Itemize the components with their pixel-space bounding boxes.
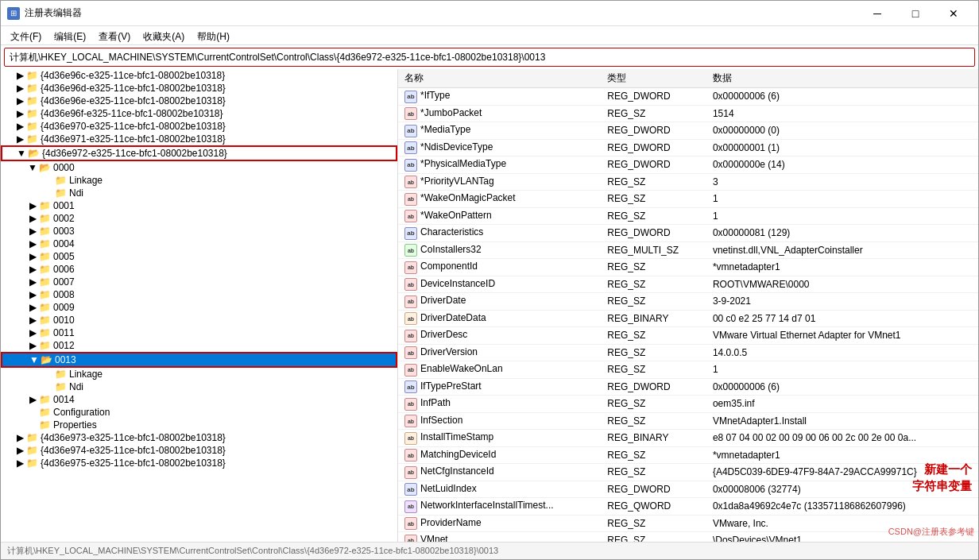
tree-item-0003[interactable]: ▶ 📁 0003: [1, 225, 397, 238]
table-row[interactable]: abInfPathREG_SZoem35.inf: [398, 396, 978, 413]
expand-arrow[interactable]: ▶: [26, 315, 39, 326]
menu-edit[interactable]: 编辑(E): [48, 28, 92, 43]
cell-type: REG_SZ: [601, 173, 706, 191]
tree-item-4d36e973[interactable]: ▶ 📁 {4d36e973-e325-11ce-bfc1-08002be1031…: [1, 431, 397, 444]
table-row[interactable]: abDriverVersionREG_SZ14.0.0.5: [398, 344, 978, 361]
table-row[interactable]: abInstallTimeStampREG_BINARYe8 07 04 00 …: [398, 430, 978, 447]
expand-arrow[interactable]: ▶: [14, 458, 26, 469]
expand-arrow[interactable]: ▶: [26, 340, 39, 351]
minimize-button[interactable]: ─: [859, 4, 896, 23]
table-row[interactable]: ab*WakeOnMagicPacketREG_SZ1: [398, 191, 978, 208]
tree-item-0010[interactable]: ▶ 📁 0010: [1, 314, 397, 326]
table-row[interactable]: abNetworkInterfaceInstallTimest...REG_QW…: [398, 498, 978, 516]
expand-arrow[interactable]: ▶: [14, 432, 26, 443]
table-row[interactable]: abDriverDateREG_SZ3-9-2021: [398, 293, 978, 311]
tree-item-4d36e975[interactable]: ▶ 📁 {4d36e975-e325-11ce-bfc1-08002be1031…: [1, 457, 397, 469]
expand-arrow[interactable]: ▶: [26, 289, 39, 300]
address-bar[interactable]: 计算机\HKEY_LOCAL_MACHINE\SYSTEM\CurrentCon…: [4, 48, 975, 67]
tree-item-0001[interactable]: ▶ 📁 0001: [1, 199, 397, 212]
tree-item[interactable]: ▶ 📁 {4d36e96c-e325-11ce-bfc1-08002be1031…: [1, 69, 397, 82]
window: ⊞ 注册表编辑器 ─ □ ✕ 文件(F) 编辑(E) 查看(V) 收藏夹(A) …: [0, 0, 979, 560]
table-row[interactable]: abIfTypePreStartREG_DWORD0x00000006 (6): [398, 378, 978, 396]
table-row[interactable]: abCoInstallers32REG_MULTI_SZvnetinst.dll…: [398, 241, 978, 259]
expand-arrow[interactable]: ▶: [26, 251, 39, 262]
tree-item-0009[interactable]: ▶ 📁 0009: [1, 301, 397, 314]
expand-arrow[interactable]: ▶: [26, 200, 39, 211]
col-name[interactable]: 名称: [398, 69, 601, 88]
expand-arrow[interactable]: ▶: [14, 108, 26, 119]
table-row[interactable]: ab*MediaTypeREG_DWORD0x00000000 (0): [398, 122, 978, 140]
tree-item-0012[interactable]: ▶ 📁 0012: [1, 339, 397, 352]
expand-arrow[interactable]: ▶: [14, 70, 26, 81]
cell-name: ab*WakeOnMagicPacket: [398, 191, 601, 208]
tree-item-ndi-0013[interactable]: 📁 Ndi: [1, 380, 397, 393]
expand-arrow[interactable]: ▶: [26, 302, 39, 313]
tree-item-4d36e972[interactable]: ▼ 📂 {4d36e972-e325-11ce-bfc1-08002be1031…: [1, 145, 397, 161]
table-row[interactable]: abEnableWakeOnLanREG_SZ1: [398, 361, 978, 379]
expand-arrow[interactable]: ▶: [26, 264, 39, 275]
tree-item-0014[interactable]: ▶ 📁 0014: [1, 393, 397, 406]
table-row[interactable]: abDeviceInstanceIDREG_SZROOT\VMWARE\0000: [398, 276, 978, 293]
table-row[interactable]: ab*PhysicalMediaTypeREG_DWORD0x0000000e …: [398, 156, 978, 174]
tree-item-0008[interactable]: ▶ 📁 0008: [1, 288, 397, 301]
expand-arrow[interactable]: ▶: [26, 276, 39, 288]
expand-arrow[interactable]: ▼: [28, 354, 41, 365]
table-row[interactable]: abComponentIdREG_SZ*vmnetadapter1: [398, 259, 978, 276]
tree-item[interactable]: ▶ 📁 {4d36e96e-e325-11ce-bfc1-08002be1031…: [1, 95, 397, 107]
tree-item-0004[interactable]: ▶ 📁 0004: [1, 238, 397, 250]
table-row[interactable]: ab*WakeOnPatternREG_SZ1: [398, 207, 978, 225]
menu-view[interactable]: 查看(V): [92, 28, 137, 43]
expand-arrow[interactable]: ▶: [26, 394, 39, 405]
table-row[interactable]: abNetLuidIndexREG_DWORD0x00008006 (32774…: [398, 481, 978, 498]
tree-item-configuration[interactable]: 📁 Configuration: [1, 406, 397, 419]
col-data[interactable]: 数据: [706, 69, 978, 88]
expand-arrow[interactable]: ▶: [26, 238, 39, 249]
table-row[interactable]: ab*NdisDeviceTypeREG_DWORD0x00000001 (1): [398, 139, 978, 156]
expand-arrow[interactable]: ▶: [26, 213, 39, 224]
expand-arrow[interactable]: ▶: [14, 95, 26, 106]
menu-help[interactable]: 帮助(H): [191, 28, 236, 43]
expand-arrow[interactable]: ▼: [26, 162, 39, 173]
tree-item-0013[interactable]: ▼ 📂 0013: [1, 352, 397, 368]
table-row[interactable]: abDriverDescREG_SZVMware Virtual Etherne…: [398, 327, 978, 345]
close-button[interactable]: ✕: [935, 4, 972, 23]
table-row[interactable]: abCharacteristicsREG_DWORD0x00000081 (12…: [398, 225, 978, 242]
maximize-button[interactable]: □: [897, 4, 934, 23]
tree-item-4d36e974[interactable]: ▶ 📁 {4d36e974-e325-11ce-bfc1-08002be1031…: [1, 444, 397, 457]
tree-item[interactable]: ▶ 📁 {4d36e96d-e325-11ce-bfc1-08002be1031…: [1, 82, 397, 95]
table-row[interactable]: abMatchingDeviceIdREG_SZ*vmnetadapter1: [398, 446, 978, 464]
menu-file[interactable]: 文件(F): [4, 28, 48, 43]
tree-item-ndi-0000[interactable]: 📁 Ndi: [1, 187, 397, 199]
table-row[interactable]: ab*PriorityVLANTagREG_SZ3: [398, 173, 978, 191]
table-row[interactable]: ab*JumboPacketREG_SZ1514: [398, 105, 978, 122]
expand-arrow[interactable]: ▶: [14, 121, 26, 132]
expand-arrow[interactable]: ▶: [14, 83, 26, 94]
tree-item-0000[interactable]: ▼ 📂 0000: [1, 161, 397, 174]
tree-item-0007[interactable]: ▶ 📁 0007: [1, 276, 397, 288]
table-row[interactable]: ab*IfTypeREG_DWORD0x00000006 (6): [398, 88, 978, 106]
expand-arrow[interactable]: ▶: [26, 226, 39, 237]
expand-arrow[interactable]: ▶: [14, 445, 26, 456]
tree-item-linkage-0000[interactable]: 📁 Linkage: [1, 174, 397, 187]
table-row[interactable]: abNetCfgInstanceIdREG_SZ{A4D5C039-6DE9-4…: [398, 464, 978, 481]
tree-item[interactable]: ▶ 📁 {4d36e971-e325-11ce-bfc1-08002be1031…: [1, 133, 397, 145]
table-row[interactable]: abInfSectionREG_SZVMnetAdapter1.Install: [398, 412, 978, 430]
table-row[interactable]: abDriverDateDataREG_BINARY00 c0 e2 25 77…: [398, 310, 978, 327]
tree-panel[interactable]: ▶ 📁 {4d36e96c-e325-11ce-bfc1-08002be1031…: [1, 69, 398, 542]
tree-item-0006[interactable]: ▶ 📁 0006: [1, 263, 397, 276]
tree-label: 0013: [55, 354, 76, 365]
tree-item[interactable]: ▶ 📁 {4d36e970-e325-11ce-bfc1-08002be1031…: [1, 120, 397, 133]
tree-item-linkage-0013[interactable]: 📁 Linkage: [1, 368, 397, 380]
tree-item-0011[interactable]: ▶ 📁 0011: [1, 326, 397, 339]
tree-item-0005[interactable]: ▶ 📁 0005: [1, 250, 397, 263]
tree-label: 0008: [53, 289, 75, 300]
menu-favorites[interactable]: 收藏夹(A): [137, 28, 191, 43]
tree-item[interactable]: ▶ 📁 {4d36e96f-e325-11ce-bfc1-08002be1031…: [1, 107, 397, 120]
expand-arrow[interactable]: ▶: [14, 133, 26, 145]
expand-arrow[interactable]: ▼: [15, 148, 28, 159]
cell-name: abIfTypePreStart: [398, 378, 601, 396]
expand-arrow[interactable]: ▶: [26, 327, 39, 338]
tree-item-0002[interactable]: ▶ 📁 0002: [1, 212, 397, 225]
tree-item-properties[interactable]: 📁 Properties: [1, 419, 397, 431]
col-type[interactable]: 类型: [601, 69, 706, 88]
